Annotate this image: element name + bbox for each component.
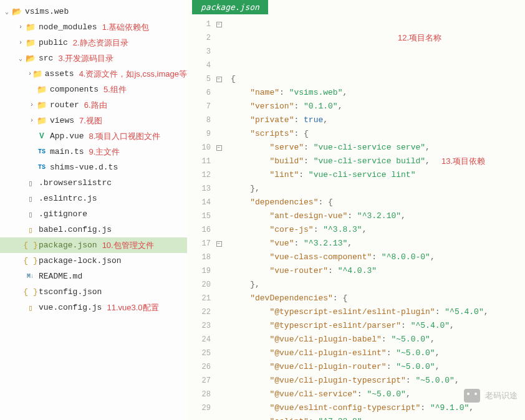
fold-marker bbox=[214, 100, 223, 113]
annotation: 10.包管理文件 bbox=[102, 240, 154, 251]
code-line[interactable]: "devDependencies": { bbox=[231, 292, 525, 305]
code-line[interactable]: }, bbox=[231, 278, 525, 292]
code-line[interactable]: "version": "0.1.0", bbox=[231, 100, 525, 113]
line-number: 25 bbox=[187, 346, 211, 360]
file-name: main.ts bbox=[50, 147, 84, 156]
tree-root[interactable]: ⌄ 📂 vsims.web bbox=[0, 4, 187, 19]
code-line[interactable]: { bbox=[231, 72, 525, 86]
fold-marker[interactable]: − bbox=[214, 17, 223, 31]
line-number: 3 bbox=[187, 45, 211, 59]
fold-marker bbox=[214, 45, 223, 59]
file-ts-icon: TS bbox=[36, 164, 47, 171]
line-number: 12 bbox=[187, 168, 211, 182]
line-number: 14 bbox=[187, 196, 211, 209]
tree-item-node-modules[interactable]: ›📁node_modules1.基础依赖包 bbox=[0, 19, 187, 35]
tree-item-readme-md[interactable]: M↓README.md bbox=[0, 269, 187, 284]
watermark: 老码识途 bbox=[464, 389, 518, 403]
file-name: .eslintrc.js bbox=[39, 194, 97, 203]
fold-marker bbox=[214, 401, 223, 415]
file-name: src bbox=[39, 54, 53, 63]
tree-item-assets[interactable]: ›📁assets4.资源文件，如js,css,image等 bbox=[0, 66, 187, 82]
line-number: 8 bbox=[187, 113, 211, 127]
code-line[interactable]: "private": true, bbox=[231, 113, 525, 127]
chevron-right-icon[interactable]: › bbox=[16, 24, 25, 31]
code-line[interactable]: "scripts": { bbox=[231, 127, 525, 141]
code-line[interactable]: }, bbox=[231, 182, 525, 196]
annotation: 6.路由 bbox=[84, 100, 107, 111]
folder-open-icon: 📂 bbox=[11, 7, 22, 17]
annotation: 2.静态资源目录 bbox=[73, 37, 128, 49]
chevron-right-icon[interactable]: › bbox=[16, 39, 25, 46]
tree-item-package-lock-json[interactable]: { }package-lock.json bbox=[0, 253, 187, 269]
code-content[interactable]: 12.项目名称 13.项目依赖 { "name": "vsims.web", "… bbox=[223, 17, 525, 420]
chevron-down-icon[interactable]: ⌄ bbox=[16, 55, 25, 62]
file-explorer[interactable]: ⌄ 📂 vsims.web ›📁node_modules1.基础依赖包›📁pub… bbox=[0, 0, 187, 420]
line-number: 26 bbox=[187, 360, 211, 374]
code-line[interactable]: "eslint": "^7.32.0", bbox=[231, 415, 525, 420]
annotation: 7.视图 bbox=[79, 115, 102, 126]
code-line[interactable]: "serve": "vue-cli-service serve", bbox=[231, 141, 525, 155]
tree-item-package-json[interactable]: { }package.json10.包管理文件 bbox=[0, 237, 187, 253]
file-ts-icon: TS bbox=[36, 148, 47, 155]
line-number: 16 bbox=[187, 223, 211, 237]
code-area[interactable]: 1234567891011121314151617181920212223242… bbox=[187, 17, 525, 420]
annotation: 11.vue3.0配置 bbox=[107, 302, 158, 313]
file-name: .browserslistrc bbox=[39, 178, 112, 188]
tree-item-app-vue[interactable]: VApp.vue8.项目入口视图文件 bbox=[0, 128, 187, 144]
code-line[interactable]: "@vue/cli-plugin-router": "~5.0.0", bbox=[231, 360, 525, 374]
fold-gutter: −−−− bbox=[214, 17, 223, 420]
file-json-icon: { } bbox=[25, 256, 36, 265]
code-line[interactable]: "vue": "^3.2.13", bbox=[231, 237, 525, 251]
fold-marker bbox=[214, 292, 223, 305]
fold-marker[interactable]: − bbox=[214, 237, 223, 251]
code-line[interactable]: "lint": "vue-cli-service lint" bbox=[231, 168, 525, 182]
file-name: vue.config.js bbox=[39, 303, 102, 312]
code-line[interactable]: "dependencies": { bbox=[231, 196, 525, 209]
code-line[interactable]: "vue-router": "^4.0.3" bbox=[231, 264, 525, 278]
code-line[interactable]: "@vue/cli-plugin-typescript": "~5.0.0", bbox=[231, 374, 525, 388]
folder-icon: 📁 bbox=[25, 22, 36, 32]
tree-item-components[interactable]: 📁components5.组件 bbox=[0, 82, 187, 97]
tree-item--browserslistrc[interactable]: ▯.browserslistrc bbox=[0, 175, 187, 191]
code-line[interactable]: "@typescript-eslint/eslint-plugin": "^5.… bbox=[231, 305, 525, 319]
tree-item-vue-config-js[interactable]: ▯vue.config.js11.vue3.0配置 bbox=[0, 300, 187, 315]
tree-item--gitignore[interactable]: ▯.gitignore bbox=[0, 206, 187, 222]
fold-marker bbox=[214, 251, 223, 264]
code-line[interactable]: "ant-design-vue": "^3.2.10", bbox=[231, 209, 525, 223]
file-name: node_modules bbox=[39, 22, 97, 32]
fold-marker[interactable]: − bbox=[214, 72, 223, 86]
tab-package-json[interactable]: package.json bbox=[192, 0, 268, 14]
tree-item-views[interactable]: ›📁views7.视图 bbox=[0, 113, 187, 128]
line-number: 22 bbox=[187, 305, 211, 319]
line-number: 6 bbox=[187, 86, 211, 100]
tree-item-public[interactable]: ›📁public2.静态资源目录 bbox=[0, 35, 187, 50]
fold-marker[interactable]: − bbox=[214, 141, 223, 155]
code-line[interactable]: "@vue/cli-plugin-eslint": "~5.0.0", bbox=[231, 346, 525, 360]
tree-item-tsconfig-json[interactable]: { }tsconfig.json bbox=[0, 284, 187, 300]
chevron-right-icon[interactable]: › bbox=[27, 70, 32, 77]
fold-marker bbox=[214, 305, 223, 319]
editor-tabs: package.json bbox=[187, 0, 525, 17]
annotation: 1.基础依赖包 bbox=[102, 22, 150, 33]
code-line[interactable]: "vue-class-component": "^8.0.0-0", bbox=[231, 251, 525, 264]
tree-item-src[interactable]: ⌄📂src3.开发源码目录 bbox=[0, 50, 187, 66]
fold-marker bbox=[214, 319, 223, 333]
line-number: 23 bbox=[187, 319, 211, 333]
code-line[interactable]: "@vue/cli-plugin-babel": "~5.0.0", bbox=[231, 333, 525, 346]
tree-item-babel-config-js[interactable]: ▯babel.config.js bbox=[0, 222, 187, 237]
tree-item--eslintrc-js[interactable]: ▯.eslintrc.js bbox=[0, 191, 187, 206]
code-line[interactable]: "core-js": "^3.8.3", bbox=[231, 223, 525, 237]
file-name: components bbox=[50, 85, 99, 94]
chevron-right-icon[interactable]: › bbox=[27, 117, 36, 124]
tree-item-main-ts[interactable]: TSmain.ts9.主文件 bbox=[0, 144, 187, 160]
line-gutter: 1234567891011121314151617181920212223242… bbox=[187, 17, 214, 420]
code-line[interactable]: "@vue/eslint-config-typescript": "^9.1.0… bbox=[231, 401, 525, 415]
code-line[interactable]: "name": "vsims.web", bbox=[231, 86, 525, 100]
tree-item-router[interactable]: ›📁router6.路由 bbox=[0, 97, 187, 113]
tree-item-shims-vue-d-ts[interactable]: TSshims-vue.d.ts bbox=[0, 160, 187, 175]
line-number: 11 bbox=[187, 155, 211, 168]
chevron-right-icon[interactable]: › bbox=[27, 102, 36, 108]
file-name: router bbox=[50, 100, 79, 110]
chevron-down-icon: ⌄ bbox=[2, 8, 11, 16]
code-line[interactable]: "@typescript-eslint/parser": "^5.4.0", bbox=[231, 319, 525, 333]
